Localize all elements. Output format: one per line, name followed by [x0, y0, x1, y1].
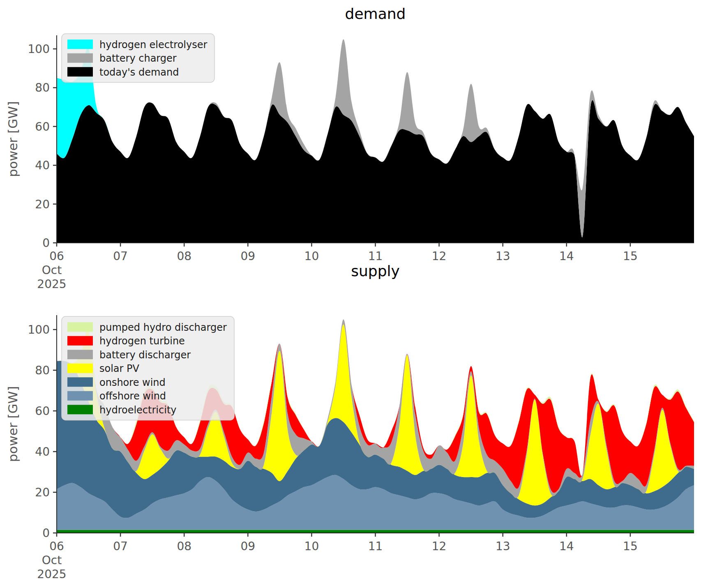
y-tick-label: 80: [35, 81, 50, 95]
x-tick-label: 06: [49, 540, 64, 553]
legend-item-pumped-hydro-discharger: pumped hydro discharger: [67, 322, 227, 333]
y-tick-label: 40: [35, 159, 50, 172]
figure: 02040608010006070809101112131415Oct2025d…: [0, 0, 701, 588]
y-axis-label: power [GW]: [5, 386, 20, 462]
y-tick-label: 40: [35, 445, 50, 459]
x-tick-label: 09: [240, 540, 255, 553]
x-tick-label: 07: [113, 249, 128, 263]
supply-chart: 02040608010006070809101112131415Oct2025s…: [5, 263, 694, 581]
legend-item-today-s-demand: today's demand: [67, 67, 179, 78]
y-tick-label: 20: [35, 198, 50, 211]
legend-swatch-pumped-hydro-discharger: [67, 322, 93, 332]
x-tick-label: 08: [177, 540, 191, 553]
x-axis-year-label: 2025: [37, 567, 66, 581]
y-tick-label: 60: [35, 404, 50, 418]
legend-swatch-battery-charger: [67, 53, 93, 63]
legend-swatch-offshore-wind: [67, 391, 93, 401]
legend-label: battery discharger: [99, 349, 191, 361]
y-tick-label: 100: [28, 42, 50, 56]
x-axis-month-label: Oct: [42, 263, 62, 277]
legend-swatch-hydrogen-turbine: [67, 336, 93, 346]
legend-label: hydroelectricity: [99, 404, 177, 416]
x-tick-label: 15: [623, 249, 638, 263]
legend-item-hydrogen-electrolyser: hydrogen electrolyser: [67, 39, 207, 51]
y-tick-label: 0: [42, 236, 50, 250]
x-tick-label: 14: [559, 249, 574, 263]
x-tick-label: 12: [432, 249, 447, 263]
chart-title: demand: [345, 5, 406, 22]
y-tick-label: 20: [35, 486, 50, 499]
legend-item-offshore-wind: offshore wind: [67, 390, 166, 402]
legend-label: onshore wind: [99, 377, 166, 388]
legend-swatch-hydroelectricity: [67, 405, 93, 414]
x-tick-label: 14: [559, 540, 574, 553]
legend-item-hydroelectricity: hydroelectricity: [67, 404, 177, 416]
legend-label: battery charger: [99, 53, 177, 64]
legend-item-hydrogen-turbine: hydrogen turbine: [67, 335, 185, 347]
legend-swatch-hydrogen-electrolyser: [67, 39, 93, 49]
legend-swatch-onshore-wind: [67, 377, 93, 387]
x-axis-month-label: Oct: [42, 553, 62, 567]
legend: hydrogen electrolyserbattery chargertoda…: [62, 34, 214, 83]
legend-item-onshore-wind: onshore wind: [67, 377, 166, 388]
area-today-s-demand: [57, 100, 694, 243]
y-tick-label: 60: [35, 120, 50, 134]
x-tick-label: 10: [304, 540, 319, 553]
legend-label: hydrogen electrolyser: [99, 39, 207, 51]
x-tick-label: 07: [113, 540, 128, 553]
legend-item-battery-charger: battery charger: [67, 53, 177, 64]
legend-item-solar-pv: solar PV: [67, 363, 140, 374]
y-tick-label: 100: [28, 323, 50, 337]
legend-swatch-solar-pv: [67, 364, 93, 373]
legend-swatch-battery-discharger: [67, 350, 93, 359]
x-tick-label: 08: [177, 249, 191, 263]
x-tick-label: 15: [623, 540, 638, 553]
demand-chart: 02040608010006070809101112131415Oct2025d…: [5, 5, 694, 291]
legend-label: hydrogen turbine: [99, 335, 185, 347]
x-tick-label: 09: [240, 249, 255, 263]
x-tick-label: 06: [49, 249, 64, 263]
x-tick-label: 13: [496, 540, 510, 553]
y-tick-label: 80: [35, 364, 50, 377]
x-tick-label: 13: [496, 249, 510, 263]
legend-label: offshore wind: [99, 390, 166, 402]
y-axis-label: power [GW]: [5, 101, 20, 177]
chart-title: supply: [351, 263, 400, 279]
legend-label: pumped hydro discharger: [99, 322, 227, 333]
x-tick-label: 11: [368, 540, 383, 553]
legend-item-battery-discharger: battery discharger: [67, 349, 191, 361]
legend: pumped hydro dischargerhydrogen turbineb…: [62, 316, 234, 420]
y-tick-label: 0: [42, 526, 50, 540]
legend-label: solar PV: [99, 363, 140, 374]
x-tick-label: 12: [432, 540, 447, 553]
x-tick-label: 10: [304, 249, 319, 263]
area-hydroelectricity: [57, 530, 694, 533]
legend-swatch-today-s-demand: [67, 67, 93, 76]
legend-label: today's demand: [99, 67, 179, 78]
x-axis-year-label: 2025: [37, 277, 66, 291]
stacked-area-figure: 02040608010006070809101112131415Oct2025d…: [0, 0, 701, 588]
x-tick-label: 11: [368, 249, 383, 263]
